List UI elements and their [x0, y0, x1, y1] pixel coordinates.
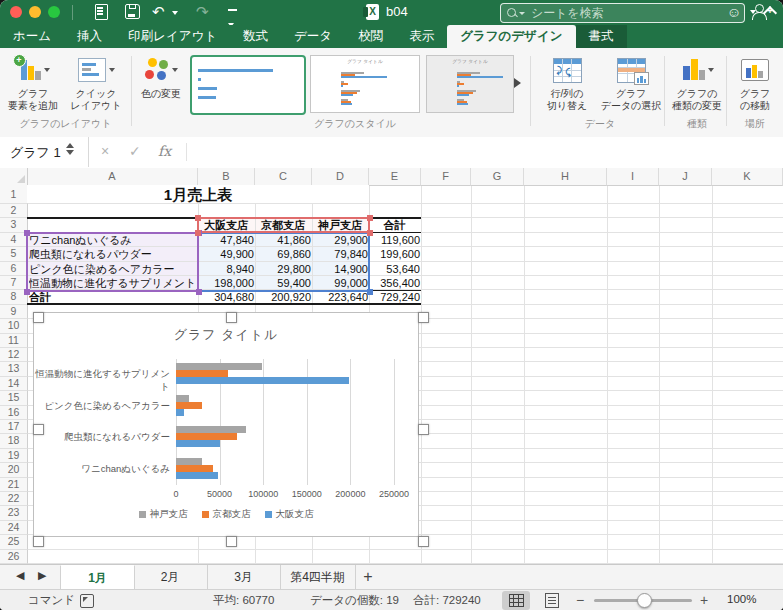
red-range-handle[interactable]	[367, 215, 373, 221]
table-header-合計[interactable]: 合計	[369, 218, 420, 232]
chart-values-range-highlight[interactable]	[197, 232, 370, 293]
row-header-24[interactable]: 24	[0, 521, 28, 535]
column-header-A[interactable]: A	[27, 168, 198, 186]
row-header-2[interactable]: 2	[0, 204, 28, 218]
formula-input[interactable]	[190, 137, 783, 167]
column-header-K[interactable]: K	[712, 168, 783, 186]
change-colors-button[interactable]: 色の変更	[134, 53, 188, 100]
undo-icon[interactable]: ↶	[152, 3, 165, 20]
ribbon-tab-挿入[interactable]: 挿入	[64, 25, 115, 48]
row-header-11[interactable]: 11	[0, 334, 28, 348]
row-header-16[interactable]: 16	[0, 406, 28, 420]
red-range-handle[interactable]	[367, 230, 373, 236]
cancel-icon[interactable]: ×	[101, 143, 109, 159]
row-header-18[interactable]: 18	[0, 434, 28, 448]
row-header-9[interactable]: 9	[0, 305, 28, 319]
page-layout-view-button[interactable]	[538, 591, 566, 610]
row-header-26[interactable]: 26	[0, 550, 28, 564]
redo-icon[interactable]: ↷	[196, 3, 209, 20]
chart-selection-handle[interactable]	[33, 536, 44, 547]
move-chart-button[interactable]: グラフ の移動	[729, 53, 781, 111]
ribbon-tab-ホーム[interactable]: ホーム	[0, 25, 64, 48]
zoom-window-button[interactable]	[48, 6, 60, 18]
normal-view-button[interactable]	[502, 591, 530, 610]
ribbon-tab-印刷レイアウト[interactable]: 印刷レイアウト	[115, 25, 230, 48]
row-header-20[interactable]: 20	[0, 463, 28, 477]
column-header-E[interactable]: E	[369, 168, 421, 186]
prev-sheet-icon[interactable]: ◀	[16, 569, 24, 582]
sheet-tab-1月[interactable]: 1月	[60, 565, 135, 590]
select-all-corner[interactable]	[0, 168, 28, 186]
chart-categories-range-highlight[interactable]	[26, 232, 199, 293]
sheet-tab-第4四半期[interactable]: 第4四半期	[280, 565, 356, 589]
next-sheet-icon[interactable]: ▶	[38, 569, 46, 582]
sheet-tab-3月[interactable]: 3月	[207, 565, 281, 589]
new-workbook-icon[interactable]	[95, 4, 108, 20]
blue-range-handle[interactable]	[367, 289, 373, 295]
row-header-23[interactable]: 23	[0, 506, 28, 520]
table-cell-value[interactable]: 199,600	[369, 247, 424, 261]
close-button[interactable]	[10, 6, 22, 18]
chart-style-thumbnail[interactable]: グラフ タイトル	[310, 55, 420, 113]
zoom-in-button[interactable]: +	[700, 592, 708, 608]
column-header-G[interactable]: G	[471, 168, 524, 186]
row-header-6[interactable]: 6	[0, 262, 28, 276]
insert-function-icon[interactable]: fx	[158, 143, 171, 159]
row-header-19[interactable]: 19	[0, 449, 28, 463]
row-header-22[interactable]: 22	[0, 492, 28, 506]
collapse-ribbon-icon[interactable]	[763, 6, 777, 20]
ribbon-tab-グラフのデザイン[interactable]: グラフのデザイン	[447, 25, 575, 48]
row-header-21[interactable]: 21	[0, 478, 28, 492]
select-data-button[interactable]: グラフ データの選択	[598, 53, 664, 111]
column-header-F[interactable]: F	[421, 168, 471, 186]
chart-selection-handle[interactable]	[33, 424, 44, 435]
row-header-5[interactable]: 5	[0, 247, 28, 261]
purple-range-handle[interactable]	[24, 289, 30, 295]
minimize-button[interactable]	[29, 6, 41, 18]
add-chart-element-button[interactable]: + グラフ 要素を追加	[2, 53, 64, 111]
table-cell-value[interactable]: 119,600	[369, 233, 424, 247]
column-header-C[interactable]: C	[255, 168, 312, 186]
change-chart-type-button[interactable]: グラフの 種類の変更	[668, 53, 726, 111]
chart-title[interactable]: グラフ タイトル	[34, 326, 418, 344]
smiley-dropdown-caret[interactable]	[750, 10, 756, 14]
column-header-H[interactable]: H	[524, 168, 607, 186]
switch-row-column-button[interactable]: ⤸⤹ 行/列の 切り替え	[536, 53, 598, 111]
quick-layout-button[interactable]: クイック レイアウト	[64, 53, 128, 111]
row-header-10[interactable]: 10	[0, 319, 28, 333]
sheet-tab-2月[interactable]: 2月	[133, 565, 208, 589]
column-header-D[interactable]: D	[312, 168, 369, 186]
column-header-I[interactable]: I	[607, 168, 659, 186]
chart-selection-handle[interactable]	[418, 536, 429, 547]
table-cell-value[interactable]: 356,400	[369, 276, 424, 290]
chart-selection-handle[interactable]	[418, 312, 429, 323]
name-box[interactable]: グラフ 1	[0, 137, 89, 167]
chart-style-thumbnail[interactable]: グラフ タイトル	[426, 55, 514, 113]
red-range-handle[interactable]	[195, 215, 201, 221]
chart-style-thumbnail-selected[interactable]	[190, 55, 306, 115]
column-header-J[interactable]: J	[659, 168, 712, 186]
chart-selection-handle[interactable]	[33, 312, 44, 323]
chart-selection-handle[interactable]	[418, 424, 429, 435]
row-header-15[interactable]: 15	[0, 391, 28, 405]
red-range-handle[interactable]	[195, 230, 201, 236]
row-header-17[interactable]: 17	[0, 420, 28, 434]
ribbon-tab-数式[interactable]: 数式	[230, 25, 281, 48]
search-input[interactable]	[529, 4, 738, 22]
ribbon-tab-書式[interactable]: 書式	[576, 25, 627, 48]
purple-range-handle[interactable]	[196, 289, 202, 295]
gallery-next-icon[interactable]	[514, 78, 521, 88]
chart-selection-handle[interactable]	[226, 312, 237, 323]
sheet-title-cell[interactable]: 1月売上表	[27, 185, 369, 203]
name-box-stepper[interactable]	[66, 143, 74, 155]
undo-dropdown-caret[interactable]	[172, 11, 178, 15]
zoom-slider-thumb[interactable]	[637, 593, 652, 608]
row-header-12[interactable]: 12	[0, 348, 28, 362]
chart[interactable]: グラフ タイトル050000100000150000200000250000恒温…	[33, 312, 419, 537]
ribbon-tab-表示[interactable]: 表示	[396, 25, 447, 48]
add-sheet-button[interactable]: +	[355, 565, 381, 589]
ribbon-tab-校閲[interactable]: 校閲	[345, 25, 396, 48]
search-scope-caret[interactable]	[519, 12, 525, 15]
zoom-out-button[interactable]: −	[576, 592, 584, 608]
column-header-B[interactable]: B	[198, 168, 255, 186]
